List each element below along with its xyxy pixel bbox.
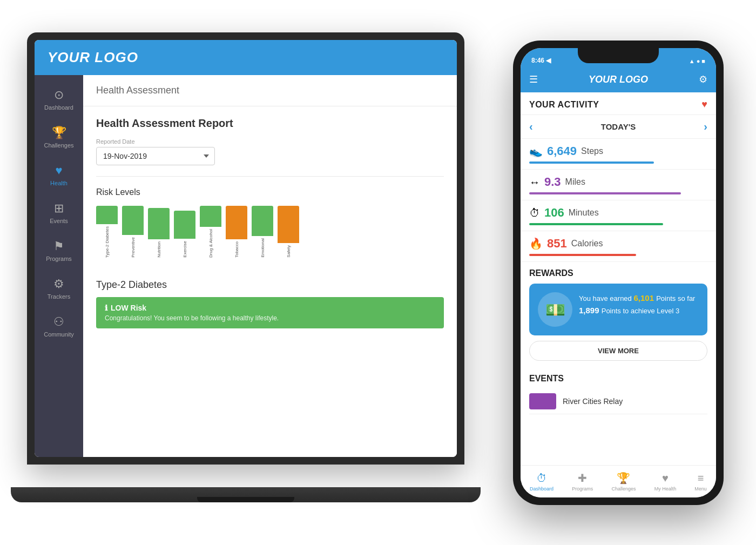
minutes-unit: Minutes: [569, 208, 599, 218]
laptop-header: YOUR LOGO: [35, 40, 457, 75]
bar-nutrition: Nutrition: [148, 206, 170, 258]
bar-exercise: Exercise: [174, 206, 195, 258]
event-color-bar: [529, 393, 556, 409]
bar-label-5: Drug & Alcohol: [208, 229, 213, 258]
sidebar-item-health[interactable]: ♥ Health: [35, 156, 83, 194]
earned-suffix: Points so far: [656, 294, 695, 302]
diabetes-section: Type-2 Diabetes ℹ LOW Risk Congratulatio…: [96, 279, 444, 328]
sidebar-item-community[interactable]: ⚇ Community: [35, 307, 83, 345]
bar-label-6: Tobacco: [234, 241, 239, 258]
main-body: Health Assessment Report Reported Date 1…: [83, 106, 457, 339]
bottom-programs-icon: ✚: [578, 472, 587, 485]
bar-label-3: Nutrition: [157, 241, 161, 258]
bottom-nav-challenges[interactable]: 🏆 Challenges: [611, 472, 636, 492]
sidebar-label-programs: Programs: [46, 255, 72, 262]
calories-unit: Calories: [571, 239, 603, 248]
steps-unit: Steps: [581, 146, 603, 156]
bar-orange-2: [278, 206, 299, 243]
page-title: Health Assessment: [96, 85, 179, 96]
bar-emotional: Emotional: [252, 206, 273, 258]
dashboard-icon: ⊙: [54, 88, 64, 102]
scene: YOUR LOGO ⊙ Dashboard 🏆 Chall: [0, 0, 756, 545]
gear-icon[interactable]: ⚙: [699, 73, 707, 85]
miles-value: 9.3: [544, 175, 561, 189]
calories-bar: [529, 254, 636, 256]
bar-label-2: Preventive: [131, 237, 136, 258]
bar-green-4: [174, 211, 195, 239]
community-icon: ⚇: [53, 315, 64, 329]
phone-bottom-nav: ⏱ Dashboard ✚ Programs 🏆 Challenges ♥ My…: [521, 465, 716, 497]
bar-drug-alcohol: Drug & Alcohol: [200, 206, 221, 258]
sidebar-item-challenges[interactable]: 🏆 Challenges: [35, 118, 83, 156]
steps-metric: 👟 6,649 Steps: [521, 139, 716, 170]
bottom-health-icon: ♥: [662, 472, 669, 485]
miles-unit: Miles: [565, 177, 585, 187]
bottom-nav-my-health[interactable]: ♥ My Health: [654, 472, 677, 492]
phone-content: YOUR ACTIVITY ♥ ‹ TODAY'S › 👟 6,649: [521, 92, 716, 465]
event-name: River Cities Relay: [563, 397, 623, 406]
laptop-screen: YOUR LOGO ⊙ Dashboard 🏆 Chall: [35, 40, 457, 457]
sidebar-label-trackers: Trackers: [48, 293, 70, 300]
bar-type2diabetes: Type-2 Diabetes: [96, 206, 118, 258]
miles-icon: ↔: [529, 176, 540, 189]
report-title: Health Assessment Report: [96, 117, 444, 130]
activity-header: YOUR ACTIVITY ♥: [521, 92, 716, 115]
events-title: EVENTS: [529, 374, 707, 383]
activity-title: YOUR ACTIVITY: [529, 100, 599, 110]
calories-value: 851: [547, 237, 567, 251]
rewards-section: REWARDS 💵 You have earned 6,101 Points s…: [521, 262, 716, 367]
bottom-menu-icon: ≡: [698, 472, 704, 485]
sidebar-item-dashboard[interactable]: ⊙ Dashboard: [35, 80, 83, 118]
events-icon: ⊞: [54, 201, 64, 216]
sidebar-label-challenges: Challenges: [44, 142, 73, 149]
phone-nav-bar: ☰ YOUR LOGO ⚙: [521, 66, 716, 92]
bottom-nav-menu[interactable]: ≡ Menu: [694, 472, 707, 492]
sidebar-label-health: Health: [50, 180, 68, 186]
low-risk-label: LOW Risk: [111, 304, 146, 312]
date-select[interactable]: 19-Nov-2019: [96, 147, 215, 165]
steps-bar: [529, 162, 654, 164]
phone-notch: [578, 48, 659, 63]
minutes-metric: ⏱ 106 Minutes: [521, 200, 716, 231]
phone-body: 8:46 ◀ ▲ ● ■ ☰ YOUR LOGO ⚙ YOUR ACTIVITY…: [513, 41, 724, 505]
rewards-title: REWARDS: [529, 268, 707, 278]
section-divider: [96, 176, 444, 177]
info-icon: ℹ: [105, 304, 107, 312]
laptop-content: ⊙ Dashboard 🏆 Challenges ♥ Health: [35, 75, 457, 457]
bottom-dashboard-icon: ⏱: [536, 472, 547, 485]
view-more-button[interactable]: VIEW MORE: [529, 341, 707, 361]
rewards-icon-wrap: 💵: [538, 292, 572, 327]
diabetes-title: Type-2 Diabetes: [96, 279, 444, 291]
rewards-needed-line: 1,899 Points to achieve Level 3: [579, 305, 695, 317]
next-arrow[interactable]: ›: [704, 120, 707, 133]
bottom-nav-dashboard[interactable]: ⏱ Dashboard: [530, 472, 554, 492]
today-nav: ‹ TODAY'S ›: [521, 115, 716, 139]
health-icon: ♥: [55, 164, 62, 178]
sidebar-item-trackers[interactable]: ⚙ Trackers: [35, 270, 83, 307]
laptop-sidebar: ⊙ Dashboard 🏆 Challenges ♥ Health: [35, 75, 83, 457]
bar-label-1: Type-2 Diabetes: [105, 226, 110, 258]
bar-tobacco: Tobacco: [226, 206, 247, 258]
laptop-bezel: YOUR LOGO ⊙ Dashboard 🏆 Chall: [35, 40, 457, 457]
event-item: River Cities Relay: [529, 389, 707, 414]
date-label: Reported Date: [96, 138, 444, 145]
low-risk-heading: ℹ LOW Risk: [105, 304, 435, 312]
phone-time: 8:46 ◀: [531, 57, 551, 64]
sidebar-item-programs[interactable]: ⚑ Programs: [35, 232, 83, 270]
bar-green-2: [122, 206, 144, 235]
sidebar-item-events[interactable]: ⊞ Events: [35, 194, 83, 232]
laptop: YOUR LOGO ⊙ Dashboard 🏆 Chall: [27, 32, 470, 502]
needed-suffix: Points to achieve Level: [602, 307, 674, 315]
bar-green-5: [200, 206, 221, 227]
bar-label-4: Exercise: [183, 241, 187, 258]
money-icon: 💵: [545, 300, 565, 319]
prev-arrow[interactable]: ‹: [529, 120, 533, 133]
hamburger-icon[interactable]: ☰: [529, 73, 538, 85]
challenges-icon: 🏆: [52, 126, 66, 140]
bottom-challenges-icon: 🏆: [617, 472, 630, 485]
rewards-card: 💵 You have earned 6,101 Points so far 1,…: [529, 284, 707, 335]
phone-status-icons: ▲ ● ■: [689, 58, 705, 64]
bar-green-3: [148, 208, 170, 239]
bottom-nav-programs[interactable]: ✚ Programs: [572, 472, 593, 492]
miles-bar: [529, 192, 681, 194]
